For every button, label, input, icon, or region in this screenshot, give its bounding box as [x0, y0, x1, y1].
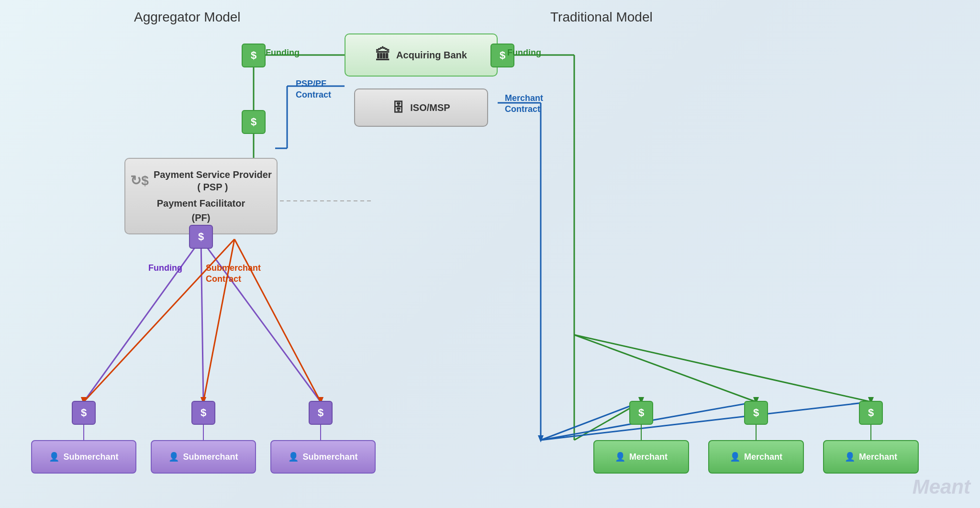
dollar-box-merchant-1: $: [629, 401, 653, 425]
label-sub-contract-2: Contract: [206, 274, 241, 284]
label-merchant-contract-2: Contract: [505, 104, 540, 114]
label-psp-contract-1: PSP/PF: [296, 79, 326, 89]
aggregator-title: Aggregator Model: [134, 10, 241, 25]
svg-line-14: [201, 239, 203, 402]
bank-icon: 🏛: [375, 46, 390, 64]
label-sub-contract-1: Submerchant: [206, 263, 261, 273]
psp-line4: (PF): [192, 211, 211, 224]
psp-line2: ( PSP ): [154, 181, 272, 193]
dollar-box-left-top: $: [242, 44, 266, 67]
svg-line-33: [541, 402, 641, 440]
dollar-box-sub-1: $: [72, 401, 96, 425]
dollar-box-psp-sub: $: [189, 225, 213, 249]
merchant-node-1: 👤 Merchant: [593, 440, 689, 474]
submerchant-label-2: Submerchant: [183, 452, 238, 462]
dollar-box-left-mid: $: [242, 110, 266, 134]
psp-line1: Payment Service Provider: [154, 168, 272, 181]
label-funding-left: Funding: [266, 48, 300, 58]
diagram-container: Aggregator Model Traditional Model 🏛 Acq…: [0, 0, 980, 508]
merchant-label-3: Merchant: [859, 452, 897, 462]
dollar-box-sub-2: $: [191, 401, 215, 425]
merchant-label-2: Merchant: [744, 452, 782, 462]
submerchant-icon-3: 👤: [288, 452, 299, 462]
dollar-box-sub-3: $: [309, 401, 333, 425]
watermark-text: Meant: [913, 475, 970, 498]
psp-node: ↻$ Payment Service Provider ( PSP ) Paym…: [124, 158, 278, 234]
label-psp-contract-2: Contract: [296, 90, 331, 100]
acquiring-bank-label: Acquiring Bank: [396, 50, 467, 61]
submerchant-label-1: Submerchant: [63, 452, 118, 462]
submerchant-icon-1: 👤: [49, 452, 59, 462]
svg-line-12: [84, 239, 201, 402]
traditional-title: Traditional Model: [550, 10, 653, 25]
iso-icon: 🗄: [392, 100, 404, 115]
svg-line-35: [541, 402, 871, 440]
merchant-icon-1: 👤: [615, 452, 625, 462]
merchant-icon-2: 👤: [730, 452, 740, 462]
psp-line3: Payment Facilitator: [157, 197, 245, 210]
submerchant-node-2: 👤 Submerchant: [151, 440, 256, 474]
svg-line-31: [574, 335, 871, 402]
merchant-icon-3: 👤: [845, 452, 855, 462]
svg-marker-39: [538, 435, 544, 442]
dollar-box-merchant-2: $: [744, 401, 768, 425]
label-merchant-contract-1: Merchant: [505, 93, 543, 103]
merchant-node-3: 👤 Merchant: [823, 440, 919, 474]
submerchant-label-3: Submerchant: [302, 452, 357, 462]
dollar-box-merchant-3: $: [859, 401, 883, 425]
label-sub-funding: Funding: [148, 263, 182, 273]
submerchant-node-1: 👤 Submerchant: [31, 440, 136, 474]
iso-msp-node: 🗄 ISO/MSP: [354, 88, 488, 127]
psp-icon: ↻$: [130, 172, 149, 189]
label-funding-right: Funding: [507, 48, 541, 58]
merchant-label-1: Merchant: [629, 452, 668, 462]
svg-line-29: [574, 335, 756, 402]
merchant-node-2: 👤 Merchant: [708, 440, 804, 474]
submerchant-icon-2: 👤: [168, 452, 179, 462]
acquiring-bank-node: 🏛 Acquiring Bank: [345, 33, 498, 77]
iso-msp-label: ISO/MSP: [410, 102, 450, 113]
submerchant-node-3: 👤 Submerchant: [270, 440, 376, 474]
